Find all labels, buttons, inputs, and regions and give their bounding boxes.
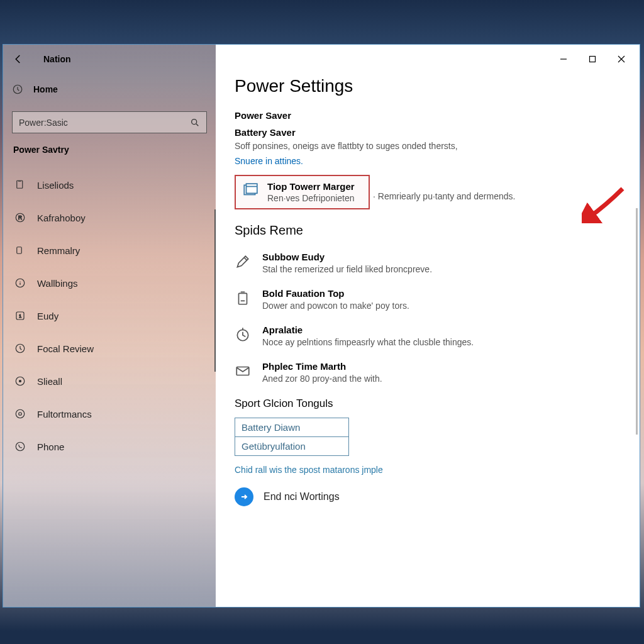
option-title: Apralatie — [262, 325, 621, 335]
battery-saver-heading: Battery Saver — [235, 127, 621, 138]
rect-icon — [14, 245, 26, 256]
sidebar-item-slieall[interactable]: Slieall — [12, 365, 207, 397]
clock2-icon — [235, 326, 251, 343]
svg-text:R: R — [18, 215, 22, 221]
circle-r-icon: R — [14, 212, 26, 223]
option-bold-fauation[interactable]: Bold Fauation Top Dower and powcon to ma… — [235, 288, 621, 311]
option-desc: Stal the remerized ur field liked broncp… — [262, 264, 621, 274]
sidebar-item-label: Focal Review — [37, 343, 94, 354]
svg-point-12 — [16, 409, 25, 418]
highlighted-desc-extra: · Remriearly pu·tanty and dermends. — [373, 191, 515, 201]
battery-icon — [235, 290, 251, 306]
option-desc: Aned zor 80 proy-and the with. — [262, 374, 621, 384]
doc-icon — [14, 179, 26, 191]
back-button[interactable] — [11, 52, 26, 67]
sidebar-item-label: Kafrahoboy — [37, 213, 86, 223]
phone-icon — [14, 441, 26, 452]
titlebar-left: Nation — [3, 45, 216, 74]
option-desc: Dower and powcon to make' poy tors. — [262, 301, 621, 311]
svg-point-13 — [19, 413, 22, 416]
sidebar-item-label: Fultortmancs — [37, 409, 92, 419]
sidebar-item-fultortmancs[interactable]: Fultortmancs — [12, 397, 207, 430]
sidebar-item-label: Phone — [37, 441, 64, 452]
svg-point-14 — [16, 442, 25, 451]
arrow-circle-icon — [235, 487, 253, 506]
mail-icon — [235, 363, 251, 379]
sidebar-body: Home Power Savtry Liseliods R Kafrahoboy — [3, 74, 216, 463]
home-icon — [12, 84, 23, 95]
svg-rect-15 — [590, 57, 596, 62]
svg-rect-17 — [247, 184, 257, 193]
battery-saver-desc: Soff ponsines, oneigs ave flattbty to su… — [235, 140, 621, 153]
svg-rect-5 — [17, 247, 22, 254]
sidebar-item-label: Liseliods — [37, 180, 74, 191]
main-panel: Power Settings Power Saver Battery Saver… — [216, 45, 640, 607]
option-text: Phplec Time Marth Aned zor 80 proy-and t… — [262, 361, 621, 384]
sidebar-item-label: Remmalry — [37, 245, 80, 256]
svg-point-11 — [19, 380, 21, 382]
settings-window: Nation Home Power Savtry Liseliods R Kaf… — [3, 44, 640, 608]
maximize-button[interactable] — [578, 49, 607, 69]
dot-icon — [14, 375, 26, 387]
gear-icon — [14, 408, 26, 419]
sidebar-item-label: Slieall — [37, 376, 62, 387]
option-phplec-time[interactable]: Phplec Time Marth Aned zor 80 proy-and t… — [235, 361, 621, 384]
window-icon — [242, 182, 258, 199]
sidebar-item-label: Wallbings — [37, 278, 77, 289]
snuere-link[interactable]: Snuere in attines. — [235, 156, 303, 166]
sidebar-item-focal-review[interactable]: Focal Review — [12, 332, 207, 365]
svg-rect-21 — [236, 367, 249, 375]
related-getubryulfation[interactable]: Getübryulfation — [235, 437, 348, 455]
search-icon — [190, 118, 200, 128]
close-icon — [618, 55, 625, 63]
sidebar-item-phone[interactable]: Phone — [12, 430, 207, 463]
end-wortings-action[interactable]: End nci Wortings — [235, 487, 621, 506]
highlighted-desc: Ren·ves Defriponieten — [267, 193, 362, 203]
window-controls — [216, 45, 640, 74]
option-title: Subbow Eudy — [262, 252, 621, 262]
spids-reme-heading: Spids Reme — [235, 223, 621, 238]
option-text: Subbow Eudy Stal the remerized ur field … — [262, 252, 621, 274]
svg-rect-19 — [239, 293, 247, 304]
arrow-right-icon — [240, 492, 248, 501]
svg-text:1: 1 — [19, 313, 21, 319]
minimize-button[interactable] — [549, 49, 578, 69]
sidebar-item-liseliods[interactable]: Liseliods — [12, 169, 207, 201]
end-wortings-label: End nci Wortings — [264, 491, 340, 502]
highlighted-title: Tiop Towerr Marger — [267, 181, 362, 192]
sport-glcion-heading: Sport Glcion Tonguls — [235, 397, 621, 410]
sidebar-item-wallbings[interactable]: Wallbings — [12, 267, 207, 299]
sidebar-section-header: Power Savtry — [12, 145, 207, 155]
svg-rect-2 — [17, 180, 23, 188]
close-button[interactable] — [607, 49, 636, 69]
option-desc: Noce ay pelntions fimpeasrly what the cl… — [262, 337, 621, 347]
highlighted-option[interactable]: Tiop Towerr Marger Ren·ves Defriponieten — [235, 175, 370, 209]
back-arrow-icon — [13, 53, 24, 65]
sidebar-item-remmalry[interactable]: Remmalry — [12, 234, 207, 267]
search-input[interactable] — [19, 118, 190, 128]
highlighted-text: Tiop Towerr Marger Ren·ves Defriponieten — [267, 181, 362, 203]
search-box[interactable] — [12, 111, 207, 133]
sidebar-item-kafrahoboy[interactable]: R Kafrahoboy — [12, 201, 207, 234]
nav-list: Liseliods R Kafrahoboy Remmalry Wallbing… — [12, 169, 207, 463]
option-subbow-eudy[interactable]: Subbow Eudy Stal the remerized ur field … — [235, 252, 621, 274]
related-box: Battery Diawn Getübryulfation — [235, 418, 349, 456]
option-text: Bold Fauation Top Dower and powcon to ma… — [262, 288, 621, 311]
clock-icon — [14, 343, 26, 354]
page-title: Power Settings — [235, 76, 621, 96]
related-battery-diawn[interactable]: Battery Diawn — [235, 418, 348, 437]
sidebar-item-eudy[interactable]: 1 Eudy — [12, 299, 207, 332]
app-title: Nation — [43, 54, 71, 64]
sidebar-home[interactable]: Home — [12, 77, 207, 101]
main-scrollbar[interactable] — [636, 208, 638, 435]
option-text: Apralatie Noce ay pelntions fimpeasrly w… — [262, 325, 621, 347]
home-label: Home — [33, 84, 58, 94]
option-title: Bold Fauation Top — [262, 288, 621, 299]
minimize-icon — [560, 55, 567, 63]
num-icon: 1 — [14, 310, 26, 321]
option-apralatie[interactable]: Apralatie Noce ay pelntions fimpeasrly w… — [235, 325, 621, 347]
sidebar: Nation Home Power Savtry Liseliods R Kaf… — [3, 45, 216, 607]
help-link[interactable]: Chid rall wis the spost matarons jmple — [235, 465, 621, 475]
content: Power Settings Power Saver Battery Saver… — [216, 74, 640, 506]
sidebar-item-label: Eudy — [37, 311, 58, 321]
